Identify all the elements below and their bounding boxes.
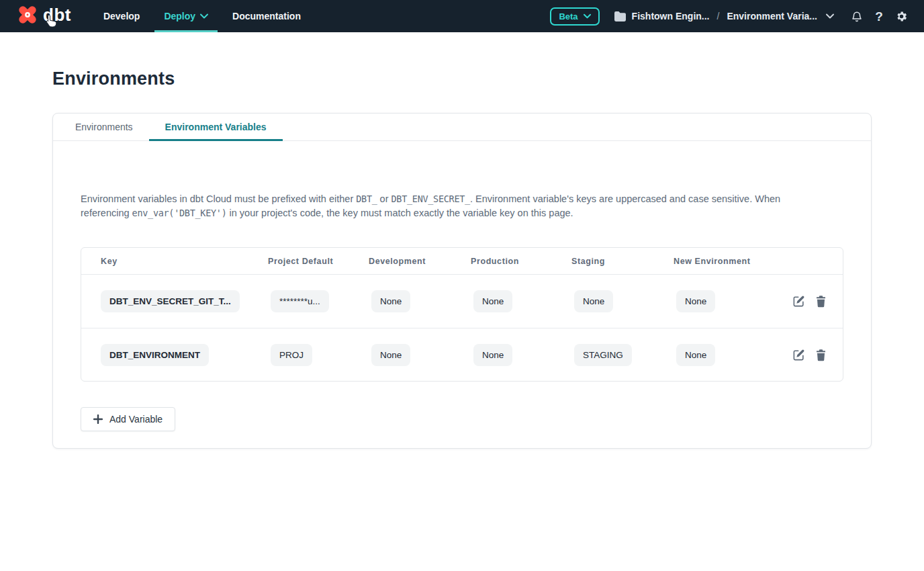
tab-label: Environment Variables [165,122,267,132]
notifications-bell-icon[interactable] [850,9,864,23]
edit-variable-icon[interactable] [792,295,805,308]
nav-item-label: Deploy [164,11,195,21]
description-text-segment: in your project's code, the key must mat… [226,208,573,218]
chevron-down-icon [200,13,208,19]
column-header-project-default: Project Default [268,257,369,266]
settings-gear-icon[interactable] [894,9,908,23]
nav-item-documentation[interactable]: Documentation [223,0,310,32]
top-navbar: dbt Develop Deploy Documentation Beta [0,0,924,32]
column-header-production: Production [471,257,571,266]
tab-environments[interactable]: Environments [59,114,149,140]
nav-item-deploy[interactable]: Deploy [154,0,218,32]
environments-card: Environments Environment Variables Envir… [52,113,872,449]
folder-icon [614,11,626,21]
dbt-logo-text: dbt [43,6,71,26]
dbt-logo[interactable]: dbt [16,3,71,29]
description: Environment variables in dbt Cloud must … [81,192,782,220]
tab-panel: Environment variables in dbt Cloud must … [53,141,871,448]
value-pill: None [676,290,715,312]
add-variable-button[interactable]: Add Variable [81,407,175,431]
plus-icon [93,414,103,424]
value-pill: None [473,344,512,366]
column-header-key: Key [81,257,268,266]
breadcrumb-separator: / [716,11,721,21]
env-variables-table: Key Project Default Development Producti… [81,247,843,382]
main-content: Environments Environments Environment Va… [0,32,924,449]
nav-item-label: Documentation [232,11,301,21]
column-header-development: Development [369,257,471,266]
nav-item-label: Develop [103,11,140,21]
key-pill: DBT_ENV_SECRET_GIT_T... [101,290,240,312]
description-code-segment: DBT_ [356,193,377,204]
tab-bar: Environments Environment Variables [53,114,871,141]
tab-label: Environments [75,122,133,132]
delete-variable-icon[interactable] [815,349,827,361]
key-pill: DBT_ENVIRONMENT [101,344,209,366]
help-icon[interactable]: ? [872,9,886,23]
chevron-down-icon[interactable] [826,13,834,19]
page-title: Environments [52,69,872,89]
description-code-segment: DBT_ENV_SECRET_ [391,193,470,204]
table-row: DBT_ENV_SECRET_GIT_T... ********u... Non… [81,275,843,328]
add-variable-label: Add Variable [109,414,163,425]
nav-item-develop[interactable]: Develop [94,0,149,32]
breadcrumb: Fishtown Engin... / Environment Varia... [614,11,834,21]
description-code-segment: env_var('DBT_KEY') [132,208,227,218]
value-pill: None [473,290,512,312]
value-pill: None [371,344,410,366]
beta-dropdown[interactable]: Beta [550,7,599,26]
tab-environment-variables[interactable]: Environment Variables [149,114,283,140]
edit-variable-icon[interactable] [792,349,805,361]
value-pill: None [574,290,613,312]
table-header-row: Key Project Default Development Producti… [81,248,843,275]
navbar-icons: ? [850,9,908,23]
breadcrumb-project[interactable]: Fishtown Engin... [632,11,710,21]
column-header-new-environment: New Environment [674,257,792,266]
dbt-logo-icon [16,3,39,29]
breadcrumb-page[interactable]: Environment Varia... [727,11,817,21]
table-body: DBT_ENV_SECRET_GIT_T... ********u... Non… [81,275,843,381]
value-pill: None [676,344,715,366]
beta-label: Beta [559,11,578,21]
description-text-segment: Environment variables in dbt Cloud must … [81,193,356,204]
value-pill: STAGING [574,344,632,366]
table-row: DBT_ENVIRONMENT PROJ None None STAGING N… [81,328,843,381]
main-nav: Develop Deploy Documentation [91,0,313,32]
value-pill: PROJ [271,344,312,366]
value-pill: None [371,290,410,312]
navbar-right: Beta Fishtown Engin... / Environment Var… [550,7,908,26]
delete-variable-icon[interactable] [815,295,827,308]
column-header-staging: Staging [571,257,674,266]
value-pill: ********u... [271,290,329,312]
chevron-down-icon [584,13,591,19]
description-text-segment: or [377,193,391,204]
